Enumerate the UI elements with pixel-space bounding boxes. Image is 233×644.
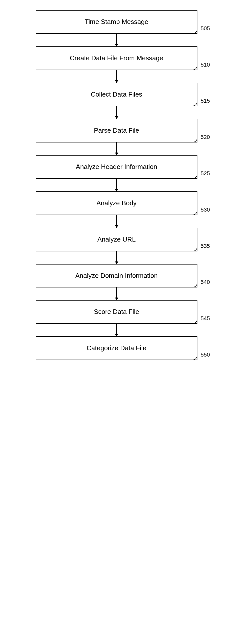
flow-connector (116, 70, 117, 83)
step-box-510: Create Data File From Message (36, 46, 197, 70)
step-label-525: 525 (201, 170, 210, 177)
step-box-530: Analyze Body (36, 191, 197, 215)
flow-item-505: Time Stamp Message505 (28, 10, 205, 34)
corner-decoration (189, 316, 197, 324)
step-label-520: 520 (201, 134, 210, 140)
flow-item-515: Collect Data Files515 (28, 83, 205, 106)
step-label-545: 545 (201, 315, 210, 322)
flow-connector (116, 34, 117, 46)
corner-decoration (189, 243, 197, 251)
flow-connector (116, 179, 117, 191)
corner-decoration (189, 207, 197, 215)
corner-decoration (189, 26, 197, 34)
step-box-515: Collect Data Files (36, 83, 197, 106)
step-box-505: Time Stamp Message (36, 10, 197, 34)
flow-connector (116, 287, 117, 300)
flow-connector (116, 324, 117, 336)
step-box-550: Categorize Data File (36, 336, 197, 360)
step-box-540: Analyze Domain Information (36, 264, 197, 288)
corner-decoration (189, 62, 197, 70)
step-box-525: Analyze Header Information (36, 155, 197, 179)
step-label-510: 510 (201, 62, 210, 68)
flow-item-530: Analyze Body530 (28, 191, 205, 215)
flow-item-535: Analyze URL535 (28, 228, 205, 251)
step-label-515: 515 (201, 98, 210, 104)
corner-decoration (189, 279, 197, 287)
step-box-545: Score Data File (36, 300, 197, 324)
corner-decoration (189, 352, 197, 360)
step-label-505: 505 (201, 25, 210, 32)
flow-item-545: Score Data File545 (28, 300, 205, 324)
step-box-520: Parse Data File (36, 119, 197, 142)
flowchart-diagram: Time Stamp Message505Create Data File Fr… (28, 10, 205, 634)
flow-connector (116, 142, 117, 155)
flow-item-550: Categorize Data File550 (28, 336, 205, 360)
flow-connector (116, 251, 117, 264)
flow-item-520: Parse Data File520 (28, 119, 205, 142)
step-label-535: 535 (201, 243, 210, 249)
corner-decoration (189, 98, 197, 106)
flow-connector (116, 215, 117, 228)
step-label-550: 550 (201, 352, 210, 358)
flow-item-510: Create Data File From Message510 (28, 46, 205, 70)
flow-connector (116, 106, 117, 119)
step-label-540: 540 (201, 279, 210, 285)
flow-item-540: Analyze Domain Information540 (28, 264, 205, 288)
flow-item-525: Analyze Header Information525 (28, 155, 205, 179)
step-box-535: Analyze URL (36, 228, 197, 251)
corner-decoration (189, 171, 197, 179)
step-label-530: 530 (201, 207, 210, 213)
corner-decoration (189, 134, 197, 142)
